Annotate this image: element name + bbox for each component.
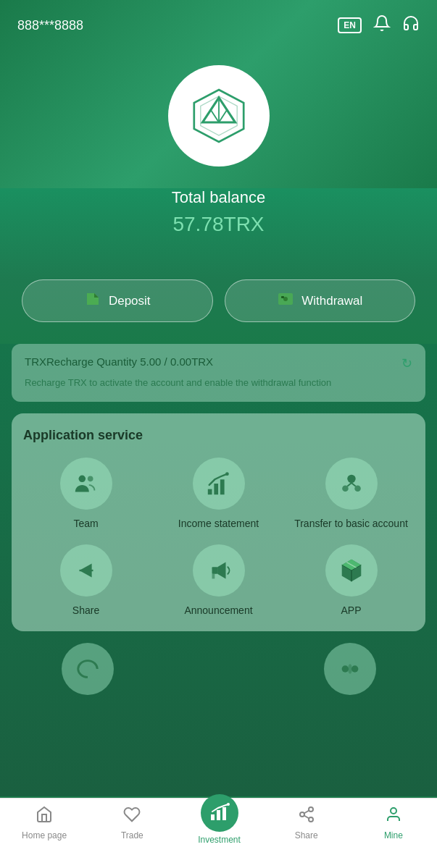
svg-line-5: [219, 109, 228, 122]
transfer-icon-wrap: [325, 458, 378, 510]
svg-line-4: [210, 109, 219, 122]
svg-point-40: [300, 812, 304, 817]
extra-icon-spacer: [193, 643, 245, 695]
logo-area: [17, 51, 420, 188]
investment-icon-circle: [201, 794, 238, 832]
info-card-sub-text: Recharge TRX to activate the account and…: [25, 376, 412, 390]
app-service: Application service Team: [12, 413, 425, 631]
logo-circle: [168, 65, 270, 167]
svg-line-21: [351, 483, 356, 486]
svg-line-43: [304, 811, 309, 814]
bell-icon[interactable]: [373, 14, 391, 36]
svg-point-16: [225, 472, 229, 476]
service-item-announcement[interactable]: Announcement: [156, 544, 281, 617]
share-nav-icon: [298, 806, 315, 827]
balance-label: Total balance: [17, 188, 420, 207]
withdrawal-button[interactable]: Withdrawal: [225, 279, 416, 322]
share-icon-wrap: [60, 544, 112, 597]
app-service-title: Application service: [23, 428, 414, 443]
deposit-icon: [84, 290, 101, 311]
income-icon-wrap: [193, 458, 245, 510]
service-item-transfer[interactable]: Transfer to basic account: [288, 458, 414, 530]
svg-point-17: [347, 474, 355, 482]
svg-point-39: [309, 807, 313, 812]
svg-rect-13: [207, 489, 212, 494]
app-label: APP: [341, 604, 361, 617]
balance-section: Total balance 57.78TRX: [0, 188, 437, 279]
service-item-income[interactable]: Income statement: [156, 458, 281, 530]
trade-icon: [123, 806, 141, 827]
trade-label: Trade: [121, 830, 143, 840]
deposit-button[interactable]: Deposit: [22, 279, 213, 322]
svg-line-20: [347, 483, 351, 486]
svg-rect-14: [214, 484, 218, 494]
share-label: Share: [72, 604, 99, 617]
mine-icon: [385, 806, 402, 827]
svg-point-38: [227, 803, 230, 806]
refresh-icon[interactable]: ↻: [401, 355, 412, 371]
team-icon-wrap: [60, 458, 112, 510]
svg-point-12: [87, 476, 93, 481]
bottom-nav: Home page Trade Investment: [0, 798, 437, 868]
withdrawal-icon: [277, 290, 294, 311]
svg-point-32: [341, 665, 349, 673]
svg-rect-35: [211, 814, 215, 820]
info-card: TRXRecharge Quantity 5.00 / 0.00TRX ↻ Re…: [12, 344, 425, 402]
extra-icon-1: [62, 643, 114, 695]
svg-line-42: [304, 816, 309, 819]
svg-point-44: [391, 808, 396, 814]
service-grid: Team Income statement: [23, 458, 414, 617]
svg-point-34: [348, 664, 352, 673]
phone-number: 888***8888: [17, 18, 83, 33]
svg-marker-25: [217, 562, 225, 578]
service-item-team[interactable]: Team: [23, 458, 149, 530]
announcement-icon-wrap: [193, 544, 245, 597]
nav-share[interactable]: Share: [285, 806, 328, 856]
headset-icon[interactable]: [402, 14, 420, 36]
language-badge[interactable]: EN: [338, 17, 362, 33]
mine-label: Mine: [384, 830, 403, 840]
share-nav-label: Share: [295, 830, 318, 840]
svg-rect-10: [281, 296, 284, 298]
balance-amount: 57.78TRX: [17, 213, 420, 236]
team-label: Team: [73, 517, 98, 530]
app-icon-wrap: [325, 544, 378, 597]
extra-icon-2: [324, 643, 376, 695]
service-item-share[interactable]: Share: [23, 544, 149, 617]
info-card-main-text: TRXRecharge Quantity 5.00 / 0.00TRX: [25, 355, 213, 368]
svg-marker-6: [87, 293, 99, 305]
investment-label: Investment: [198, 835, 241, 845]
income-label: Income statement: [178, 517, 259, 530]
svg-point-41: [309, 817, 313, 822]
deposit-label: Deposit: [109, 294, 151, 308]
header-icons: EN: [338, 14, 420, 36]
action-buttons: Deposit Withdrawal: [0, 279, 437, 344]
service-item-app[interactable]: APP: [288, 544, 414, 617]
header: 888***8888 EN: [0, 0, 437, 188]
svg-rect-15: [220, 479, 224, 494]
home-label: Home page: [22, 830, 67, 840]
announcement-label: Announcement: [184, 604, 252, 617]
svg-point-11: [78, 475, 86, 482]
svg-marker-7: [94, 293, 99, 298]
nav-trade[interactable]: Trade: [110, 806, 154, 856]
nav-mine[interactable]: Mine: [372, 806, 415, 856]
svg-point-33: [351, 665, 358, 673]
svg-rect-24: [212, 567, 217, 574]
transfer-label: Transfer to basic account: [294, 517, 408, 530]
nav-investment[interactable]: Investment: [198, 794, 241, 845]
nav-home[interactable]: Home page: [22, 806, 67, 856]
svg-rect-37: [222, 807, 226, 820]
withdrawal-label: Withdrawal: [301, 294, 362, 308]
svg-rect-36: [217, 810, 220, 820]
home-icon: [36, 806, 53, 827]
